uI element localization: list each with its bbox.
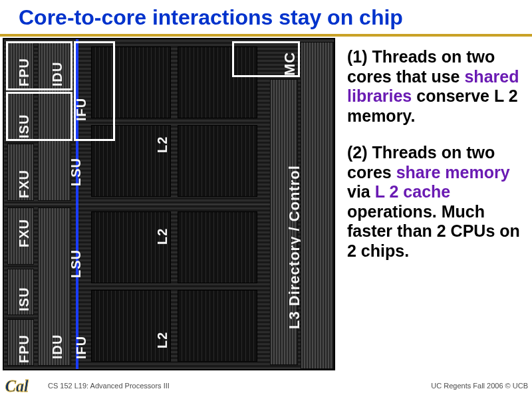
ifu-label: IFU [74, 336, 89, 359]
outline-box [74, 41, 115, 141]
l2-label: L2 [155, 332, 170, 348]
lsu-label: LSU [68, 158, 84, 186]
fxu-label: FXU [17, 170, 32, 198]
cal-logo: Cal [4, 374, 39, 398]
fpu-label: FPU [17, 58, 32, 86]
l2-tile [178, 211, 257, 283]
svg-text:Cal: Cal [5, 377, 29, 395]
point-2-number: (2) [347, 143, 368, 162]
point-2-highlight-1: share memory [396, 163, 510, 182]
point-2-text-c: via [347, 182, 375, 201]
l2-tile [91, 290, 171, 362]
ifu-label: IFU [74, 98, 89, 121]
footer-center: CS 152 L19: Advanced Processors III [39, 382, 431, 390]
idu-label: IDU [50, 334, 65, 359]
point-1-number: (1) [347, 47, 368, 66]
point-2: (2) Threads on two cores share memory vi… [347, 143, 525, 261]
footer-right: UC Regents Fall 2006 © UCB [431, 382, 528, 390]
isu-label: ISU [17, 114, 32, 138]
text-panel: (1) Threads on two cores that use shared… [335, 38, 529, 370]
mc-label: MC [281, 52, 299, 76]
l2-label: L2 [155, 228, 170, 245]
die-photo: FPU ISU FXU IDU IFU LSU L2 MC FPU ISU FX… [3, 38, 335, 370]
l2-tile [178, 290, 257, 362]
fpu-label: FPU [17, 334, 32, 363]
fxu-label: FXU [17, 219, 32, 247]
slide-footer: Cal CS 152 L19: Advanced Processors III … [0, 374, 532, 398]
point-1: (1) Threads on two cores that use shared… [347, 47, 525, 126]
right-strip-block [301, 42, 334, 369]
l2-tile [178, 125, 257, 197]
slide-title: Core-to-core interactions stay on chip [0, 0, 532, 30]
idu-label: IDU [50, 62, 65, 86]
outline-box [6, 92, 72, 141]
point-2-text-e: operations. Much faster than 2 CPUs on 2… [347, 202, 520, 260]
lsu-label: LSU [68, 249, 84, 278]
l2-tile [91, 211, 171, 283]
content-row: FPU ISU FXU IDU IFU LSU L2 MC FPU ISU FX… [0, 37, 532, 370]
point-2-highlight-2: L 2 cache [375, 182, 451, 201]
isu-label: ISU [17, 287, 32, 311]
l2-label: L2 [155, 136, 170, 153]
